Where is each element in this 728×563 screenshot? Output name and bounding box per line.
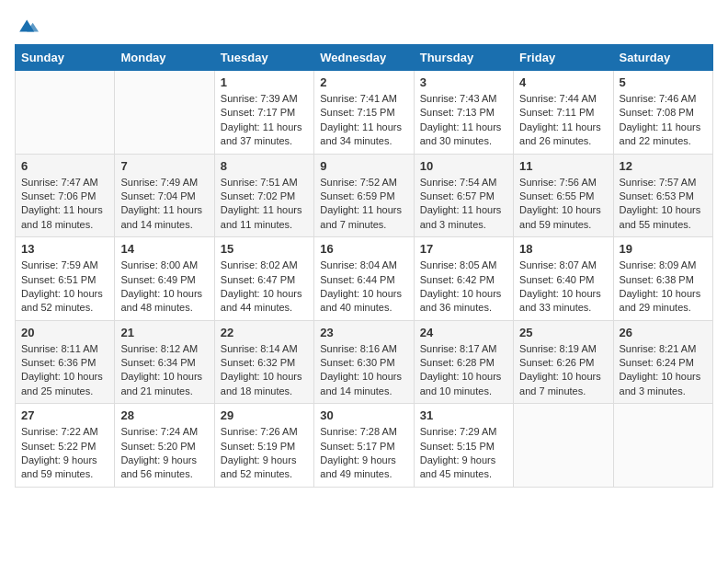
day-number: 19 (620, 242, 707, 256)
day-info: Sunrise: 7:39 AMSunset: 7:17 PMDaylight:… (221, 93, 302, 146)
day-info: Sunrise: 8:05 AMSunset: 6:42 PMDaylight:… (420, 259, 502, 313)
weekday-header-saturday: Saturday (613, 45, 712, 71)
day-info: Sunrise: 8:14 AMSunset: 6:32 PMDaylight:… (221, 343, 302, 396)
day-number: 7 (120, 159, 208, 173)
day-info: Sunrise: 7:28 AMSunset: 5:17 PMDaylight:… (320, 426, 397, 479)
day-info: Sunrise: 7:44 AMSunset: 7:11 PMDaylight:… (519, 93, 601, 146)
day-info: Sunrise: 8:21 AMSunset: 6:24 PMDaylight:… (620, 343, 701, 396)
calendar-cell: 1 Sunrise: 7:39 AMSunset: 7:17 PMDayligh… (214, 71, 313, 155)
day-number: 29 (221, 408, 308, 422)
day-info: Sunrise: 7:46 AMSunset: 7:08 PMDaylight:… (620, 93, 701, 146)
day-info: Sunrise: 7:59 AMSunset: 6:51 PMDaylight:… (21, 259, 103, 313)
calendar-cell: 14 Sunrise: 8:00 AMSunset: 6:49 PMDaylig… (115, 237, 214, 321)
calendar-cell: 3 Sunrise: 7:43 AMSunset: 7:13 PMDayligh… (414, 71, 513, 155)
day-number: 3 (420, 75, 507, 89)
day-number: 11 (519, 159, 607, 173)
calendar-cell: 7 Sunrise: 7:49 AMSunset: 7:04 PMDayligh… (115, 154, 214, 237)
calendar-cell: 27 Sunrise: 7:22 AMSunset: 5:22 PMDaylig… (16, 404, 115, 488)
day-info: Sunrise: 7:41 AMSunset: 7:15 PMDaylight:… (320, 93, 402, 146)
calendar-week-row: 13 Sunrise: 7:59 AMSunset: 6:51 PMDaylig… (16, 237, 713, 321)
calendar-cell: 16 Sunrise: 8:04 AMSunset: 6:44 PMDaylig… (314, 237, 414, 321)
day-number: 23 (320, 326, 407, 339)
day-info: Sunrise: 8:02 AMSunset: 6:47 PMDaylight:… (221, 259, 302, 313)
logo (15, 15, 39, 37)
day-info: Sunrise: 7:47 AMSunset: 7:06 PMDaylight:… (21, 177, 103, 230)
calendar-cell: 30 Sunrise: 7:28 AMSunset: 5:17 PMDaylig… (314, 404, 414, 488)
day-number: 25 (519, 326, 607, 339)
calendar-cell: 28 Sunrise: 7:24 AMSunset: 5:20 PMDaylig… (115, 404, 214, 488)
weekday-header-tuesday: Tuesday (214, 45, 313, 71)
page-header (15, 15, 713, 37)
calendar-cell: 23 Sunrise: 8:16 AMSunset: 6:30 PMDaylig… (314, 320, 414, 404)
day-info: Sunrise: 7:22 AMSunset: 5:22 PMDaylight:… (21, 426, 98, 479)
calendar-cell: 6 Sunrise: 7:47 AMSunset: 7:06 PMDayligh… (16, 154, 115, 237)
calendar-cell: 12 Sunrise: 7:57 AMSunset: 6:53 PMDaylig… (613, 154, 712, 237)
calendar-cell: 22 Sunrise: 8:14 AMSunset: 6:32 PMDaylig… (214, 320, 313, 404)
calendar-table: SundayMondayTuesdayWednesdayThursdayFrid… (15, 44, 713, 488)
weekday-header-sunday: Sunday (16, 45, 115, 71)
calendar-cell: 8 Sunrise: 7:51 AMSunset: 7:02 PMDayligh… (214, 154, 313, 237)
day-number: 26 (620, 326, 707, 339)
calendar-cell: 4 Sunrise: 7:44 AMSunset: 7:11 PMDayligh… (514, 71, 613, 155)
day-number: 13 (21, 242, 108, 256)
calendar-cell: 19 Sunrise: 8:09 AMSunset: 6:38 PMDaylig… (613, 237, 712, 321)
day-info: Sunrise: 7:26 AMSunset: 5:19 PMDaylight:… (221, 426, 298, 479)
calendar-week-row: 6 Sunrise: 7:47 AMSunset: 7:06 PMDayligh… (16, 154, 713, 237)
day-info: Sunrise: 8:11 AMSunset: 6:36 PMDaylight:… (21, 343, 103, 396)
calendar-cell: 2 Sunrise: 7:41 AMSunset: 7:15 PMDayligh… (314, 71, 414, 155)
calendar-cell (613, 404, 712, 488)
day-number: 12 (620, 159, 707, 173)
weekday-header-monday: Monday (115, 45, 214, 71)
day-number: 2 (320, 75, 407, 89)
calendar-cell: 17 Sunrise: 8:05 AMSunset: 6:42 PMDaylig… (414, 237, 513, 321)
calendar-cell: 24 Sunrise: 8:17 AMSunset: 6:28 PMDaylig… (414, 320, 513, 404)
day-number: 5 (620, 75, 707, 89)
day-number: 8 (221, 159, 308, 173)
calendar-cell: 9 Sunrise: 7:52 AMSunset: 6:59 PMDayligh… (314, 154, 414, 237)
calendar-cell: 29 Sunrise: 7:26 AMSunset: 5:19 PMDaylig… (214, 404, 313, 488)
day-number: 18 (519, 242, 607, 256)
day-number: 10 (420, 159, 507, 173)
day-number: 27 (21, 408, 108, 422)
calendar-cell (16, 71, 115, 155)
day-number: 16 (320, 242, 407, 256)
day-number: 9 (320, 159, 407, 173)
weekday-header-thursday: Thursday (414, 45, 513, 71)
weekday-header-wednesday: Wednesday (314, 45, 414, 71)
calendar-cell: 10 Sunrise: 7:54 AMSunset: 6:57 PMDaylig… (414, 154, 513, 237)
calendar-week-row: 20 Sunrise: 8:11 AMSunset: 6:36 PMDaylig… (16, 320, 713, 404)
day-info: Sunrise: 8:19 AMSunset: 6:26 PMDaylight:… (519, 343, 601, 396)
day-number: 22 (221, 326, 308, 339)
day-info: Sunrise: 7:29 AMSunset: 5:15 PMDaylight:… (420, 426, 497, 479)
calendar-week-row: 27 Sunrise: 7:22 AMSunset: 5:22 PMDaylig… (16, 404, 713, 488)
day-number: 14 (120, 242, 208, 256)
calendar-cell: 21 Sunrise: 8:12 AMSunset: 6:34 PMDaylig… (115, 320, 214, 404)
logo-icon (17, 15, 39, 37)
day-info: Sunrise: 8:16 AMSunset: 6:30 PMDaylight:… (320, 343, 402, 396)
weekday-header-row: SundayMondayTuesdayWednesdayThursdayFrid… (16, 45, 713, 71)
day-number: 15 (221, 242, 308, 256)
day-info: Sunrise: 7:49 AMSunset: 7:04 PMDaylight:… (120, 177, 202, 230)
day-number: 24 (420, 326, 507, 339)
day-info: Sunrise: 7:43 AMSunset: 7:13 PMDaylight:… (420, 93, 502, 146)
day-info: Sunrise: 7:57 AMSunset: 6:53 PMDaylight:… (620, 177, 701, 230)
day-info: Sunrise: 7:52 AMSunset: 6:59 PMDaylight:… (320, 177, 402, 230)
calendar-cell: 31 Sunrise: 7:29 AMSunset: 5:15 PMDaylig… (414, 404, 513, 488)
day-info: Sunrise: 8:09 AMSunset: 6:38 PMDaylight:… (620, 259, 701, 313)
calendar-cell: 18 Sunrise: 8:07 AMSunset: 6:40 PMDaylig… (514, 237, 613, 321)
calendar-cell: 11 Sunrise: 7:56 AMSunset: 6:55 PMDaylig… (514, 154, 613, 237)
day-number: 30 (320, 408, 407, 422)
day-info: Sunrise: 8:17 AMSunset: 6:28 PMDaylight:… (420, 343, 502, 396)
calendar-cell: 25 Sunrise: 8:19 AMSunset: 6:26 PMDaylig… (514, 320, 613, 404)
day-info: Sunrise: 8:04 AMSunset: 6:44 PMDaylight:… (320, 259, 402, 313)
calendar-cell (514, 404, 613, 488)
day-info: Sunrise: 8:07 AMSunset: 6:40 PMDaylight:… (519, 259, 601, 313)
day-number: 4 (519, 75, 607, 89)
day-info: Sunrise: 7:56 AMSunset: 6:55 PMDaylight:… (519, 177, 601, 230)
weekday-header-friday: Friday (514, 45, 613, 71)
day-number: 20 (21, 326, 108, 339)
day-number: 31 (420, 408, 507, 422)
day-number: 28 (120, 408, 208, 422)
day-info: Sunrise: 8:00 AMSunset: 6:49 PMDaylight:… (120, 259, 202, 313)
calendar-cell: 15 Sunrise: 8:02 AMSunset: 6:47 PMDaylig… (214, 237, 313, 321)
